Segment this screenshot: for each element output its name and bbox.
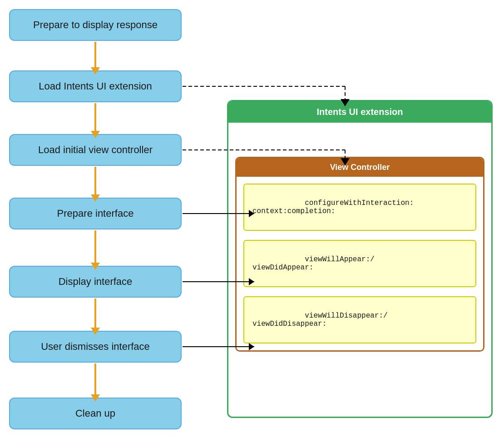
- flow-box-prepare-display: Prepare to display response: [9, 9, 182, 41]
- intents-panel-header: Intents UI extension: [228, 101, 491, 123]
- vc-panel-header: View Controller: [237, 158, 483, 177]
- flow-box-clean-up: Clean up: [9, 398, 182, 429]
- flow-box-load-intents: Load Intents UI extension: [9, 70, 182, 102]
- vc-panel-body: configureWithInteraction: context:comple…: [237, 177, 483, 350]
- method-box-2: viewWillAppear:/ viewDidAppear:: [243, 240, 476, 287]
- intents-panel-body: View Controller configureWithInteraction…: [228, 123, 491, 363]
- view-controller-panel: View Controller configureWithInteraction…: [235, 157, 484, 352]
- flow-box-load-vc: Load initial view controller: [9, 134, 182, 166]
- flow-box-user-dismisses: User dismisses interface: [9, 331, 182, 363]
- method-box-3: viewWillDisappear:/ viewDidDisappear:: [243, 296, 476, 343]
- diagram-container: Prepare to display response Load Intents…: [0, 0, 504, 443]
- intents-ui-panel: Intents UI extension View Controller con…: [227, 100, 493, 418]
- method-box-1: configureWithInteraction: context:comple…: [243, 184, 476, 231]
- flow-box-prepare-interface: Prepare interface: [9, 198, 182, 229]
- flow-box-display-interface: Display interface: [9, 266, 182, 298]
